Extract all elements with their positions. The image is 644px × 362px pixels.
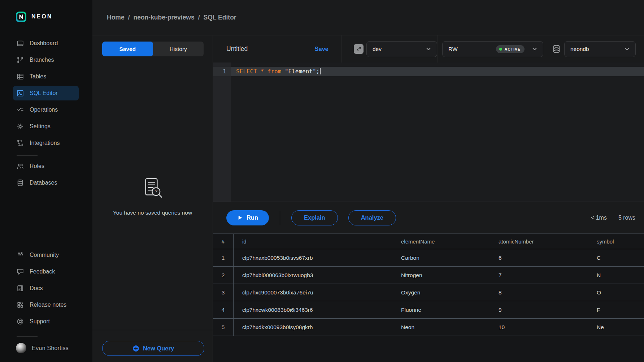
status-badge: ACTIVE <box>496 45 525 53</box>
column-header-row-number: # <box>213 234 234 249</box>
support-icon <box>16 318 24 326</box>
main-area: Home / neon-kube-previews / SQL Editor S… <box>92 0 644 362</box>
sidebar-nav-secondary: Community Feedback Docs Release notes Su… <box>0 248 92 331</box>
sidebar-item-docs[interactable]: Docs <box>13 281 79 296</box>
new-query-area: New Query <box>92 330 213 362</box>
sql-token <box>281 68 285 75</box>
sql-editor-surface[interactable]: 1 SELECT * from "Element"; <box>213 63 644 202</box>
breadcrumb-separator: / <box>198 14 200 21</box>
new-query-button[interactable]: New Query <box>102 341 204 356</box>
table-row: 2clp7hxbl000063b0ixrwuogb3Nitrogen7N <box>213 267 644 284</box>
sidebar-item-settings[interactable]: Settings <box>13 119 79 134</box>
analyze-button[interactable]: Analyze <box>348 210 396 225</box>
line-number: 1 <box>213 67 231 76</box>
cell-elementName: Fluorine <box>392 301 490 318</box>
branches-icon <box>16 56 24 64</box>
sidebar-nav-management: Roles Databases <box>0 159 92 192</box>
tab-saved[interactable]: Saved <box>102 42 153 56</box>
settings-icon <box>16 122 24 130</box>
user-menu[interactable]: Evan Shortiss <box>16 343 79 353</box>
brand-logo[interactable]: NEON <box>16 11 92 22</box>
compute-select[interactable]: RW ACTIVE <box>442 41 543 57</box>
sidebar-item-support[interactable]: Support <box>13 314 79 329</box>
sql-code[interactable]: SELECT * from "Element"; <box>231 67 644 76</box>
tables-icon <box>16 73 24 81</box>
sql-editor-icon <box>16 89 24 97</box>
sidebar-item-release-notes[interactable]: Release notes <box>13 298 79 312</box>
sidebar-item-integrations[interactable]: Integrations <box>13 136 79 150</box>
branch-select[interactable]: dev <box>366 41 437 57</box>
database-select-value: neondb <box>570 46 589 52</box>
sidebar-item-databases[interactable]: Databases <box>13 176 79 190</box>
cell-elementName: Nitrogen <box>392 267 490 284</box>
row-count: 5 rows <box>618 215 635 221</box>
database-select[interactable]: neondb <box>564 41 636 57</box>
run-button[interactable]: Run <box>226 210 269 225</box>
column-header-elementName: elementName <box>392 234 490 249</box>
page-header: Home / neon-kube-previews / SQL Editor <box>92 0 644 35</box>
chevron-down-icon <box>531 46 538 53</box>
sidebar-divider <box>17 155 38 156</box>
cell-atomicNumber: 8 <box>490 284 588 301</box>
cell-id: clp7hxbl000063b0ixrwuogb3 <box>234 267 392 284</box>
column-header-symbol: symbol <box>588 234 644 249</box>
sidebar-item-feedback[interactable]: Feedback <box>13 264 79 279</box>
queries-panel-header: Saved History <box>92 35 213 63</box>
compute-db-section: RW ACTIVE neondb <box>438 35 644 63</box>
breadcrumb: Home / neon-kube-previews / SQL Editor <box>107 14 236 21</box>
no-saved-queries-icon <box>141 176 165 200</box>
docs-icon <box>16 284 24 292</box>
tab-history[interactable]: History <box>153 42 204 56</box>
avatar <box>16 343 26 353</box>
toolbar-divider <box>280 211 280 225</box>
cell-row-number: 4 <box>213 301 234 318</box>
roles-icon <box>16 162 24 170</box>
release-notes-icon <box>16 301 24 309</box>
saved-queries-panel: You have no saved queries now New Query <box>92 63 213 362</box>
save-button[interactable]: Save <box>314 46 328 52</box>
cell-row-number: 2 <box>213 267 234 284</box>
sidebar: NEON Dashboard Branches Tables SQL Edito… <box>0 0 92 362</box>
sidebar-item-branches[interactable]: Branches <box>13 53 79 67</box>
run-label: Run <box>247 214 258 221</box>
breadcrumb-item-current: SQL Editor <box>204 14 236 21</box>
branch-chip-icon <box>354 44 364 54</box>
cell-symbol: C <box>588 249 644 266</box>
branch-select-value: dev <box>373 46 382 52</box>
branch-section: dev <box>342 35 438 63</box>
chevron-down-icon <box>623 46 631 53</box>
sidebar-item-roles[interactable]: Roles <box>13 159 79 173</box>
cell-atomicNumber: 9 <box>490 301 588 318</box>
column-header-atomicNumber: atomicNumber <box>490 234 588 249</box>
cell-atomicNumber: 7 <box>490 267 588 284</box>
empty-state: You have no saved queries now <box>92 63 213 330</box>
sidebar-item-operations[interactable]: Operations <box>13 103 79 117</box>
breadcrumb-item-home[interactable]: Home <box>107 14 125 21</box>
breadcrumb-separator: / <box>128 14 130 21</box>
operations-icon <box>16 106 24 114</box>
explain-button[interactable]: Explain <box>291 210 338 225</box>
queries-tabs: Saved History <box>102 42 204 56</box>
table-row: 1clp7hxaxb00053b0isvs67xrbCarbon6C <box>213 249 644 267</box>
results-table: #idelementNameatomicNumbersymbol 1clp7hx… <box>213 233 644 362</box>
sidebar-item-dashboard[interactable]: Dashboard <box>13 36 79 51</box>
sidebar-item-tables[interactable]: Tables <box>13 69 79 84</box>
cell-symbol: N <box>588 267 644 284</box>
database-icon <box>552 44 561 53</box>
cell-atomicNumber: 10 <box>490 319 588 336</box>
breadcrumb-item-project[interactable]: neon-kube-previews <box>134 14 195 21</box>
sidebar-item-community[interactable]: Community <box>13 248 79 262</box>
table-row: 3clp7hxc9000073b0ixa76ei7uOxygen8O <box>213 284 644 301</box>
cell-row-number: 1 <box>213 249 234 266</box>
cell-atomicNumber: 6 <box>490 249 588 266</box>
compute-select-value: RW <box>448 46 458 52</box>
query-title[interactable]: Untitled <box>226 45 248 53</box>
query-title-section: Untitled Save <box>213 35 342 63</box>
sidebar-item-sql-editor[interactable]: SQL Editor <box>13 86 79 100</box>
cell-symbol: Ne <box>588 319 644 336</box>
text-cursor <box>320 68 321 74</box>
table-header-row: #idelementNameatomicNumbersymbol <box>213 234 644 249</box>
sql-token <box>257 68 261 75</box>
status-text: ACTIVE <box>505 47 521 51</box>
sql-token: SELECT <box>236 68 257 75</box>
